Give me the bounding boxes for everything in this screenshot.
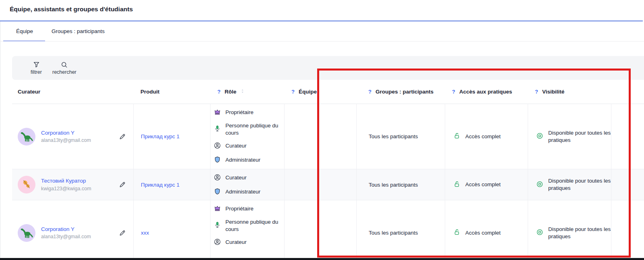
column-header-1: Curateur xyxy=(12,80,133,104)
table-row: Corporation Yalana13ty@gmail.comПриклад … xyxy=(12,104,644,169)
product-cell: Приклад курс 1 xyxy=(133,104,210,169)
dino-icon xyxy=(20,226,33,240)
role-item: Propriétaire xyxy=(214,204,254,213)
unlock-icon xyxy=(453,181,460,189)
column-header-7: ?Visibilité xyxy=(528,80,611,104)
groups-cell: Tous les participants xyxy=(356,200,445,260)
product-link[interactable]: Приклад курс 1 xyxy=(141,182,180,188)
help-icon[interactable]: ? xyxy=(452,89,455,95)
role-item: Personne publique du cours xyxy=(214,218,284,233)
table-body: Corporation Yalana13ty@gmail.comПриклад … xyxy=(12,104,644,260)
column-header-4: ?Équipe xyxy=(284,80,356,104)
table-row: Corporation Yalana13ty@gmail.comxxxPropr… xyxy=(12,200,644,260)
table-header-row: CurateurProduit?Rôle?Équipe?Groupes : pa… xyxy=(12,80,644,104)
groups-value: Tous les participants xyxy=(369,133,418,139)
help-icon[interactable]: ? xyxy=(535,89,538,95)
column-header-5: ?Groupes : participants xyxy=(356,80,445,104)
curator-icon xyxy=(214,238,221,247)
groups-value: Tous les participants xyxy=(369,182,418,188)
column-header-3: ?Rôle xyxy=(210,80,284,104)
role-item: Curateur xyxy=(214,141,247,150)
column-header-8 xyxy=(611,80,644,104)
filter-button[interactable]: filtrer xyxy=(26,61,47,75)
roles-cell: CurateurAdministrateur xyxy=(210,169,284,200)
dino-icon xyxy=(20,129,33,144)
access-cell: Accès complet xyxy=(445,169,528,200)
role-item: Personne publique du cours xyxy=(214,122,284,136)
curator-cell: Corporation Yalana13ty@gmail.com xyxy=(12,104,133,169)
eye-icon xyxy=(536,229,543,237)
edit-button[interactable] xyxy=(119,133,126,140)
visibility-cell: Disponible pour toutes les pratiques xyxy=(528,200,611,260)
groups-value: Tous les participants xyxy=(369,230,418,236)
visibility-cell: Disponible pour toutes les pratiques xyxy=(528,104,611,169)
search-icon xyxy=(60,61,68,69)
edit-button[interactable] xyxy=(119,229,126,237)
shield-icon xyxy=(214,156,221,164)
access-label: Accès complet xyxy=(465,133,501,140)
curator-email: alana13ty@gmail.com xyxy=(41,137,91,144)
access-label: Accès complet xyxy=(465,181,501,188)
role-label: Propriétaire xyxy=(225,205,254,212)
access-cell: Accès complet xyxy=(445,104,528,169)
avatar xyxy=(18,128,35,146)
product-cell: xxx xyxy=(133,200,210,260)
team-management-page: Équipe, assistants et groupes d'étudiant… xyxy=(0,0,644,260)
access-cell: Accès complet xyxy=(445,200,528,260)
edit-button[interactable] xyxy=(119,181,126,188)
column-header-label: Visibilité xyxy=(542,89,564,95)
roles-cell: PropriétairePersonne publique du coursCu… xyxy=(210,200,284,260)
eye-icon xyxy=(536,132,543,141)
visibility-cell: Disponible pour toutes les pratiques xyxy=(528,169,611,200)
sort-icon[interactable] xyxy=(240,88,245,95)
roles-cell: PropriétairePersonne publique du coursCu… xyxy=(210,104,284,169)
role-label: Administrateur xyxy=(225,156,260,164)
role-item: Curateur xyxy=(214,238,247,247)
help-icon[interactable]: ? xyxy=(217,89,221,95)
column-header-label: Groupes : participants xyxy=(376,89,433,95)
role-label: Personne publique du cours xyxy=(225,218,284,233)
team-cell xyxy=(284,169,356,200)
curator-name-link[interactable]: Corporation Y xyxy=(41,226,91,233)
shield-icon xyxy=(214,188,221,196)
curator-cell: Тестовий Кураторkwiga123@kwiga.com xyxy=(12,169,133,200)
curator-name-link[interactable]: Тестовий Куратор xyxy=(41,177,91,185)
product-link[interactable]: xxx xyxy=(141,230,149,236)
table-row: Тестовий Кураторkwiga123@kwiga.comПрикла… xyxy=(12,169,644,200)
curator-identity: Corporation Yalana13ty@gmail.com xyxy=(41,226,91,240)
visibility-label: Disponible pour toutes les pratiques xyxy=(548,226,611,240)
microphone-icon xyxy=(214,221,221,230)
column-header-6: ?Accès aux pratiques xyxy=(445,80,528,104)
help-icon[interactable]: ? xyxy=(368,89,372,95)
microphone-icon xyxy=(214,125,221,133)
curator-identity: Corporation Yalana13ty@gmail.com xyxy=(41,129,91,144)
page-title: Équipe, assistants et groupes d'étudiant… xyxy=(10,6,133,13)
product-link[interactable]: Приклад курс 1 xyxy=(141,133,180,139)
role-item: Curateur xyxy=(214,173,247,182)
team-table: CurateurProduit?Rôle?Équipe?Groupes : pa… xyxy=(12,80,644,260)
tab-groupes-participants[interactable]: Groupes : participants xyxy=(52,21,105,41)
role-item: Administrateur xyxy=(214,156,260,164)
unlock-icon xyxy=(453,132,460,141)
access-label: Accès complet xyxy=(465,229,501,237)
role-label: Administrateur xyxy=(225,188,260,196)
column-header-2: Produit xyxy=(133,80,210,104)
unlock-icon xyxy=(453,229,460,237)
toolbar: filtrer rechercher xyxy=(12,56,644,80)
avatar xyxy=(18,176,35,193)
tab-equipe[interactable]: Équipe xyxy=(16,21,33,41)
curator-name-link[interactable]: Corporation Y xyxy=(41,129,91,137)
search-button[interactable]: rechercher xyxy=(52,61,76,75)
crown-icon xyxy=(214,205,221,213)
eye-icon xyxy=(536,181,543,189)
team-cell xyxy=(284,200,356,260)
search-button-label: rechercher xyxy=(52,69,76,75)
column-header-label: Équipe xyxy=(299,89,317,95)
role-label: Curateur xyxy=(225,239,247,246)
curator-icon xyxy=(214,174,221,182)
groups-cell: Tous les participants xyxy=(356,169,445,200)
help-icon[interactable]: ? xyxy=(291,89,295,95)
role-label: Personne publique du cours xyxy=(225,122,284,136)
tabs-bar: Équipe Groupes : participants xyxy=(0,21,644,42)
curator-cell: Corporation Yalana13ty@gmail.com xyxy=(12,200,133,260)
